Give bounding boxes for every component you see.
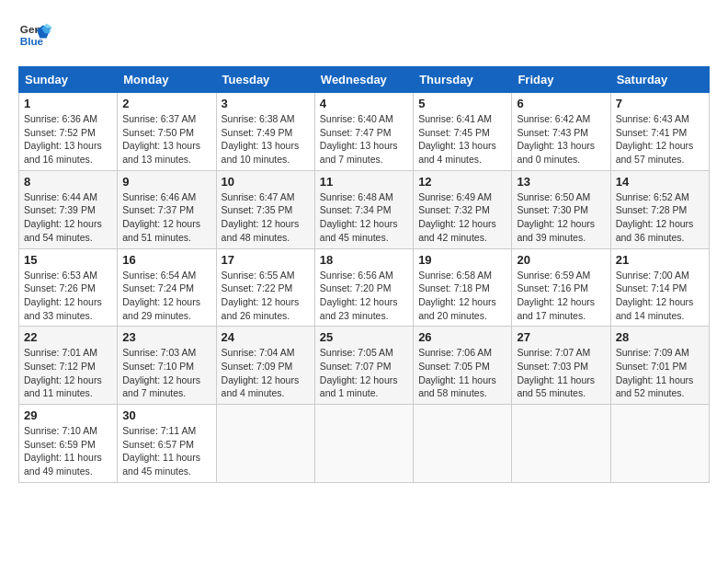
- day-info: Sunrise: 6:53 AMSunset: 7:26 PMDaylight:…: [24, 270, 102, 321]
- weekday-header-wednesday: Wednesday: [314, 67, 413, 93]
- calendar-cell: 2Sunrise: 6:37 AMSunset: 7:50 PMDaylight…: [118, 93, 216, 171]
- day-info: Sunrise: 7:05 AMSunset: 7:07 PMDaylight:…: [320, 347, 398, 398]
- weekday-header-sunday: Sunday: [19, 67, 118, 93]
- day-number: 4: [320, 97, 408, 110]
- calendar-cell: [314, 405, 413, 483]
- calendar-cell: 22Sunrise: 7:01 AMSunset: 7:12 PMDayligh…: [19, 327, 118, 405]
- day-info: Sunrise: 6:40 AMSunset: 7:47 PMDaylight:…: [320, 113, 398, 165]
- calendar-cell: 27Sunrise: 7:07 AMSunset: 7:03 PMDayligh…: [512, 327, 610, 405]
- day-number: 29: [24, 408, 112, 422]
- weekday-header-thursday: Thursday: [414, 67, 512, 93]
- day-info: Sunrise: 6:50 AMSunset: 7:30 PMDaylight:…: [517, 191, 595, 243]
- day-number: 1: [24, 97, 112, 110]
- day-info: Sunrise: 7:11 AMSunset: 6:57 PMDaylight:…: [122, 425, 200, 477]
- calendar-cell: 25Sunrise: 7:05 AMSunset: 7:07 PMDayligh…: [314, 327, 413, 405]
- day-info: Sunrise: 6:54 AMSunset: 7:24 PMDaylight:…: [122, 270, 200, 321]
- day-info: Sunrise: 6:36 AMSunset: 7:52 PMDaylight:…: [24, 113, 102, 165]
- day-number: 2: [122, 97, 210, 110]
- calendar-cell: [414, 405, 512, 483]
- day-number: 19: [418, 253, 506, 267]
- calendar-cell: 1Sunrise: 6:36 AMSunset: 7:52 PMDaylight…: [19, 93, 118, 171]
- day-number: 13: [517, 175, 605, 189]
- day-number: 10: [222, 175, 310, 189]
- day-info: Sunrise: 7:01 AMSunset: 7:12 PMDaylight:…: [24, 347, 102, 398]
- day-number: 12: [418, 175, 506, 189]
- day-number: 28: [616, 330, 704, 344]
- day-number: 17: [222, 253, 310, 267]
- day-info: Sunrise: 7:03 AMSunset: 7:10 PMDaylight:…: [122, 347, 200, 398]
- day-number: 6: [517, 97, 605, 110]
- calendar-cell: 23Sunrise: 7:03 AMSunset: 7:10 PMDayligh…: [118, 327, 216, 405]
- day-number: 11: [320, 175, 408, 189]
- day-info: Sunrise: 6:56 AMSunset: 7:20 PMDaylight:…: [320, 270, 398, 321]
- calendar-cell: 28Sunrise: 7:09 AMSunset: 7:01 PMDayligh…: [610, 327, 709, 405]
- calendar-week-row: 22Sunrise: 7:01 AMSunset: 7:12 PMDayligh…: [19, 327, 710, 405]
- calendar-cell: 26Sunrise: 7:06 AMSunset: 7:05 PMDayligh…: [414, 327, 512, 405]
- day-info: Sunrise: 7:09 AMSunset: 7:01 PMDaylight:…: [616, 347, 694, 398]
- day-number: 5: [418, 97, 506, 110]
- day-info: Sunrise: 6:44 AMSunset: 7:39 PMDaylight:…: [24, 191, 102, 243]
- day-number: 16: [122, 253, 210, 267]
- day-number: 23: [122, 330, 210, 344]
- calendar-cell: 3Sunrise: 6:38 AMSunset: 7:49 PMDaylight…: [216, 93, 314, 171]
- day-number: 22: [24, 330, 112, 344]
- calendar-cell: 15Sunrise: 6:53 AMSunset: 7:26 PMDayligh…: [19, 248, 118, 327]
- calendar-cell: 13Sunrise: 6:50 AMSunset: 7:30 PMDayligh…: [512, 170, 610, 248]
- day-number: 18: [320, 253, 408, 267]
- day-info: Sunrise: 7:10 AMSunset: 6:59 PMDaylight:…: [24, 425, 102, 477]
- day-info: Sunrise: 6:46 AMSunset: 7:37 PMDaylight:…: [122, 191, 200, 243]
- day-info: Sunrise: 6:52 AMSunset: 7:28 PMDaylight:…: [616, 191, 694, 243]
- calendar-cell: 5Sunrise: 6:41 AMSunset: 7:45 PMDaylight…: [414, 93, 512, 171]
- calendar-cell: 17Sunrise: 6:55 AMSunset: 7:22 PMDayligh…: [216, 248, 314, 327]
- calendar-cell: 20Sunrise: 6:59 AMSunset: 7:16 PMDayligh…: [512, 248, 610, 327]
- calendar-cell: 18Sunrise: 6:56 AMSunset: 7:20 PMDayligh…: [314, 248, 413, 327]
- day-info: Sunrise: 6:37 AMSunset: 7:50 PMDaylight:…: [122, 113, 200, 165]
- calendar-week-row: 15Sunrise: 6:53 AMSunset: 7:26 PMDayligh…: [19, 248, 710, 327]
- day-info: Sunrise: 6:55 AMSunset: 7:22 PMDaylight:…: [222, 270, 300, 321]
- day-info: Sunrise: 6:38 AMSunset: 7:49 PMDaylight:…: [222, 113, 300, 165]
- logo-icon: General Blue: [18, 18, 51, 52]
- day-number: 26: [418, 330, 506, 344]
- day-info: Sunrise: 6:49 AMSunset: 7:32 PMDaylight:…: [418, 191, 496, 243]
- weekday-header-tuesday: Tuesday: [216, 67, 314, 93]
- day-number: 27: [517, 330, 605, 344]
- weekday-header-friday: Friday: [512, 67, 610, 93]
- calendar-cell: 21Sunrise: 7:00 AMSunset: 7:14 PMDayligh…: [610, 248, 709, 327]
- day-number: 7: [616, 97, 704, 110]
- day-info: Sunrise: 7:04 AMSunset: 7:09 PMDaylight:…: [222, 347, 300, 398]
- day-info: Sunrise: 6:41 AMSunset: 7:45 PMDaylight:…: [418, 113, 496, 165]
- day-info: Sunrise: 6:43 AMSunset: 7:41 PMDaylight:…: [616, 113, 694, 165]
- day-number: 9: [122, 175, 210, 189]
- day-number: 25: [320, 330, 408, 344]
- calendar-cell: 9Sunrise: 6:46 AMSunset: 7:37 PMDaylight…: [118, 170, 216, 248]
- calendar-cell: 16Sunrise: 6:54 AMSunset: 7:24 PMDayligh…: [118, 248, 216, 327]
- calendar-cell: 11Sunrise: 6:48 AMSunset: 7:34 PMDayligh…: [314, 170, 413, 248]
- calendar-cell: 30Sunrise: 7:11 AMSunset: 6:57 PMDayligh…: [118, 405, 216, 483]
- day-info: Sunrise: 6:58 AMSunset: 7:18 PMDaylight:…: [418, 270, 496, 321]
- calendar-cell: 6Sunrise: 6:42 AMSunset: 7:43 PMDaylight…: [512, 93, 610, 171]
- calendar-week-row: 29Sunrise: 7:10 AMSunset: 6:59 PMDayligh…: [19, 405, 710, 483]
- day-number: 30: [122, 408, 210, 422]
- calendar-week-row: 1Sunrise: 6:36 AMSunset: 7:52 PMDaylight…: [19, 93, 710, 171]
- day-number: 21: [616, 253, 704, 267]
- day-number: 8: [24, 175, 112, 189]
- day-number: 14: [616, 175, 704, 189]
- day-info: Sunrise: 6:42 AMSunset: 7:43 PMDaylight:…: [517, 113, 595, 165]
- calendar-cell: 14Sunrise: 6:52 AMSunset: 7:28 PMDayligh…: [610, 170, 709, 248]
- calendar-cell: [216, 405, 314, 483]
- calendar-cell: 12Sunrise: 6:49 AMSunset: 7:32 PMDayligh…: [414, 170, 512, 248]
- day-info: Sunrise: 7:06 AMSunset: 7:05 PMDaylight:…: [418, 347, 496, 398]
- day-info: Sunrise: 6:47 AMSunset: 7:35 PMDaylight:…: [222, 191, 300, 243]
- calendar-cell: 8Sunrise: 6:44 AMSunset: 7:39 PMDaylight…: [19, 170, 118, 248]
- calendar-cell: 4Sunrise: 6:40 AMSunset: 7:47 PMDaylight…: [314, 93, 413, 171]
- day-info: Sunrise: 7:00 AMSunset: 7:14 PMDaylight:…: [616, 270, 694, 321]
- calendar-cell: 7Sunrise: 6:43 AMSunset: 7:41 PMDaylight…: [610, 93, 709, 171]
- calendar-week-row: 8Sunrise: 6:44 AMSunset: 7:39 PMDaylight…: [19, 170, 710, 248]
- calendar-table: SundayMondayTuesdayWednesdayThursdayFrid…: [18, 66, 710, 483]
- day-number: 15: [24, 253, 112, 267]
- day-number: 3: [222, 97, 310, 110]
- calendar-cell: 29Sunrise: 7:10 AMSunset: 6:59 PMDayligh…: [19, 405, 118, 483]
- calendar-cell: 10Sunrise: 6:47 AMSunset: 7:35 PMDayligh…: [216, 170, 314, 248]
- day-number: 20: [517, 253, 605, 267]
- day-number: 24: [222, 330, 310, 344]
